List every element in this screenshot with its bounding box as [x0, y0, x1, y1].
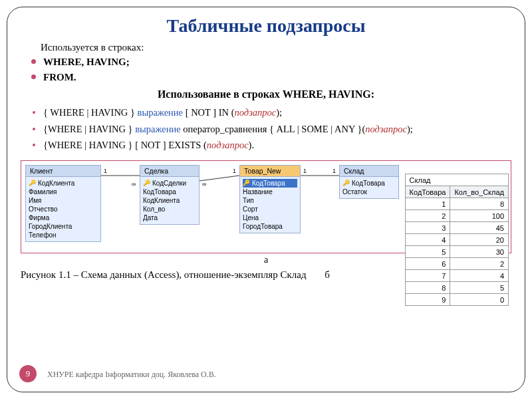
list-item: {WHERE | HAVING } выражение оператор_сра… [27, 121, 511, 138]
key-icon: 🔑 [143, 180, 150, 188]
intro-text: Используется в строках: [41, 42, 511, 53]
label-b: б [325, 269, 330, 281]
usage-heading: Использование в строках WHERE, HAVING: [21, 88, 511, 100]
rel-one: 1 [303, 168, 307, 174]
footer-text: ХНУРЕ кафедра Інформатики доц. Яковлева … [47, 370, 216, 380]
entity-client: Клиент 🔑КодКлиента Фамилия Имя Отчество … [25, 165, 101, 242]
entity-deal: Сделка 🔑КодСделки КодТовара КодКлиента К… [140, 165, 200, 225]
slide: Табличные подзапросы Используется в стро… [7, 7, 525, 392]
clause-list: WHERE, HAVING; FROM. [27, 55, 511, 84]
rel-many: ∞ [202, 181, 206, 188]
svg-line-1 [200, 176, 239, 181]
page-number: 9 [19, 365, 37, 382]
key-icon: 🔑 [342, 180, 350, 188]
sklad-data-table: Склад КодТовараКол_во_Склад 18 2100 345 … [405, 174, 509, 306]
rel-one: 1 [233, 168, 236, 174]
list-item: { WHERE | HAVING } выражение [ NOT ] IN … [27, 104, 511, 121]
key-icon: 🔑 [243, 180, 250, 188]
entity-tovar-new: Товар_New 🔑КодТовара Название Тип Сорт Ц… [239, 165, 301, 233]
syntax-list: { WHERE | HAVING } выражение [ NOT ] IN … [27, 104, 511, 154]
rel-one: 1 [104, 168, 107, 174]
rel-one: 1 [332, 168, 336, 174]
slide-title: Табличные подзапросы [21, 15, 511, 37]
list-item: WHERE, HAVING; [27, 55, 511, 70]
rel-many: ∞ [132, 181, 136, 188]
key-icon: 🔑 [29, 180, 36, 188]
list-item: FROM. [27, 70, 511, 85]
list-item: {WHERE | HAVING } [ NOT ] EXISTS (подзап… [27, 137, 511, 154]
entity-sklad: Склад 🔑КодТовара Остаток [339, 165, 399, 199]
